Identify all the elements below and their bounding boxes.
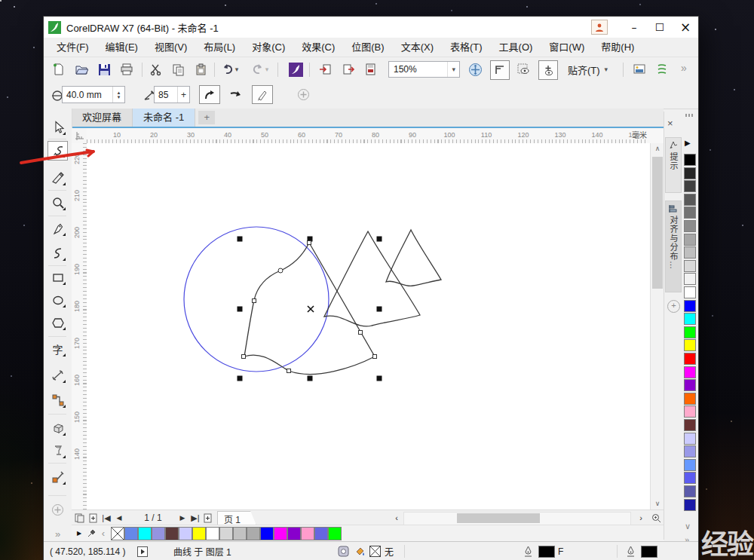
- drop-shadow-tool[interactable]: [48, 418, 68, 438]
- import-icon[interactable]: [317, 60, 335, 78]
- export-icon[interactable]: [339, 60, 357, 78]
- hscroll-right-icon[interactable]: ›: [636, 510, 646, 525]
- menu-item[interactable]: 工具(O): [491, 38, 541, 57]
- menu-item[interactable]: 帮助(H): [593, 38, 642, 57]
- zoom-tool[interactable]: [48, 193, 68, 213]
- account-sign-in-icon[interactable]: [591, 20, 608, 35]
- parallel-dimension-tool[interactable]: [48, 366, 68, 385]
- new-document-tab-button[interactable]: +: [198, 111, 215, 124]
- document-color-swatch[interactable]: [233, 527, 247, 540]
- no-color-swatch[interactable]: [111, 527, 124, 540]
- artistic-media-tool[interactable]: [48, 243, 68, 263]
- palette-color-swatch[interactable]: [684, 419, 696, 431]
- close-button[interactable]: ×: [673, 17, 698, 38]
- quick-customize-toolbox-icon[interactable]: [48, 500, 68, 519]
- palette-color-swatch[interactable]: [684, 379, 696, 391]
- docker-add-icon[interactable]: +: [667, 300, 680, 313]
- palette-color-swatch[interactable]: [684, 366, 696, 378]
- menu-item[interactable]: 位图(B): [343, 38, 392, 57]
- menu-item[interactable]: 窗口(W): [541, 38, 593, 57]
- scroll-down-icon[interactable]: ∨: [651, 498, 664, 510]
- snap-to-dropdown[interactable]: 贴齐(T) ▾: [568, 60, 608, 78]
- palette-color-swatch[interactable]: [684, 273, 696, 285]
- title-bar[interactable]: CorelDRAW X7 (64-Bit) - 未命名 -1 – ☐ ×: [44, 17, 698, 38]
- outline-color-swatch[interactable]: [538, 542, 555, 560]
- palette-color-swatch[interactable]: [684, 220, 696, 232]
- palette-color-swatch[interactable]: [684, 405, 696, 418]
- next-page-icon[interactable]: ▶: [177, 510, 188, 525]
- snap-settings-icon[interactable]: [538, 60, 558, 80]
- smear-rate-input[interactable]: 85 +: [154, 86, 190, 103]
- menu-item[interactable]: 对象(C): [244, 38, 293, 57]
- save-icon[interactable]: [95, 60, 113, 78]
- tab-untitled-document[interactable]: 未命名 -1: [133, 109, 195, 127]
- document-color-swatch[interactable]: [328, 527, 342, 540]
- open-document-icon[interactable]: [72, 60, 90, 78]
- full-screen-preview-icon[interactable]: [466, 60, 484, 78]
- freehand-tool[interactable]: [48, 219, 68, 238]
- quick-customize-property-icon[interactable]: [293, 85, 314, 104]
- palette-flyout-icon[interactable]: ▶: [685, 139, 691, 147]
- document-color-swatch[interactable]: [152, 527, 165, 540]
- document-color-swatch[interactable]: [206, 527, 219, 540]
- application-launcher-icon[interactable]: [287, 60, 305, 78]
- text-tool[interactable]: 字: [48, 339, 68, 359]
- palette-color-swatch[interactable]: [684, 154, 696, 166]
- palette-color-swatch[interactable]: [684, 260, 696, 272]
- launch-dockers-icon[interactable]: [653, 60, 671, 78]
- menu-item[interactable]: 表格(T): [442, 38, 491, 57]
- horizontal-scroll-thumb[interactable]: [457, 513, 540, 523]
- page-sorter-icon[interactable]: [73, 510, 85, 525]
- document-color-swatch[interactable]: [124, 527, 138, 540]
- docpalette-eyedropper-icon[interactable]: [85, 525, 97, 540]
- palette-color-swatch[interactable]: [684, 207, 696, 219]
- first-page-icon[interactable]: |◀: [100, 510, 112, 525]
- drawing-canvas[interactable]: [87, 143, 650, 510]
- document-color-swatch[interactable]: [274, 527, 287, 540]
- palette-color-swatch[interactable]: [684, 485, 696, 497]
- palette-color-swatch[interactable]: [684, 194, 696, 206]
- crop-tool[interactable]: [48, 168, 68, 188]
- smear-rate-stepper[interactable]: +: [177, 87, 189, 103]
- nib-size-input[interactable]: 40.0 mm ▲▼: [62, 86, 125, 103]
- menu-item[interactable]: 效果(C): [293, 38, 343, 57]
- palette-color-swatch[interactable]: [684, 472, 696, 484]
- paste-icon[interactable]: [192, 60, 210, 78]
- status-snap-icon[interactable]: [338, 542, 349, 560]
- page-tab[interactable]: 页 1: [217, 511, 256, 525]
- menu-item[interactable]: 文本(X): [393, 38, 442, 57]
- vertical-scroll-thumb[interactable]: [652, 157, 663, 289]
- document-color-swatch[interactable]: [247, 527, 260, 540]
- undo-dropdown-icon[interactable]: ▾: [232, 60, 241, 78]
- smooth-smear-button[interactable]: [199, 85, 220, 104]
- document-color-swatch[interactable]: [314, 527, 328, 540]
- menu-item[interactable]: 文件(F): [48, 38, 97, 57]
- menu-item[interactable]: 视图(V): [146, 38, 195, 57]
- add-page-before-icon[interactable]: [87, 510, 99, 525]
- palette-color-swatch[interactable]: [684, 433, 696, 445]
- palette-color-swatch[interactable]: [684, 326, 696, 338]
- nib-size-spinner[interactable]: ▲▼: [112, 87, 124, 103]
- palette-color-swatch[interactable]: [684, 445, 696, 457]
- palette-color-swatch[interactable]: [684, 353, 696, 365]
- palette-color-swatch[interactable]: [684, 393, 696, 405]
- palette-color-swatch[interactable]: [684, 313, 696, 325]
- status-fill-bucket-icon[interactable]: [354, 542, 366, 560]
- maximize-button[interactable]: ☐: [647, 17, 673, 38]
- zoom-corner-icon[interactable]: [649, 510, 663, 525]
- document-color-swatch[interactable]: [260, 527, 274, 540]
- document-color-swatch[interactable]: [219, 527, 233, 540]
- status-play-icon[interactable]: [137, 542, 148, 560]
- document-color-swatch[interactable]: [179, 527, 192, 540]
- document-color-swatch[interactable]: [165, 527, 179, 540]
- view-rulers-icon[interactable]: [514, 60, 532, 78]
- polygon-tool[interactable]: [48, 313, 68, 332]
- palette-color-swatch[interactable]: [684, 234, 696, 246]
- last-page-icon[interactable]: ▶|: [189, 510, 201, 525]
- print-icon[interactable]: [118, 60, 136, 78]
- menu-item[interactable]: 编辑(E): [97, 38, 146, 57]
- canvas-vertical-scrollbar[interactable]: ∧ ∨: [650, 143, 664, 510]
- options-icon[interactable]: [630, 60, 648, 78]
- canvas-horizontal-scrollbar[interactable]: [403, 512, 631, 525]
- horizontal-ruler[interactable]: 毫米 102030405060708090100110120130140150: [87, 128, 664, 144]
